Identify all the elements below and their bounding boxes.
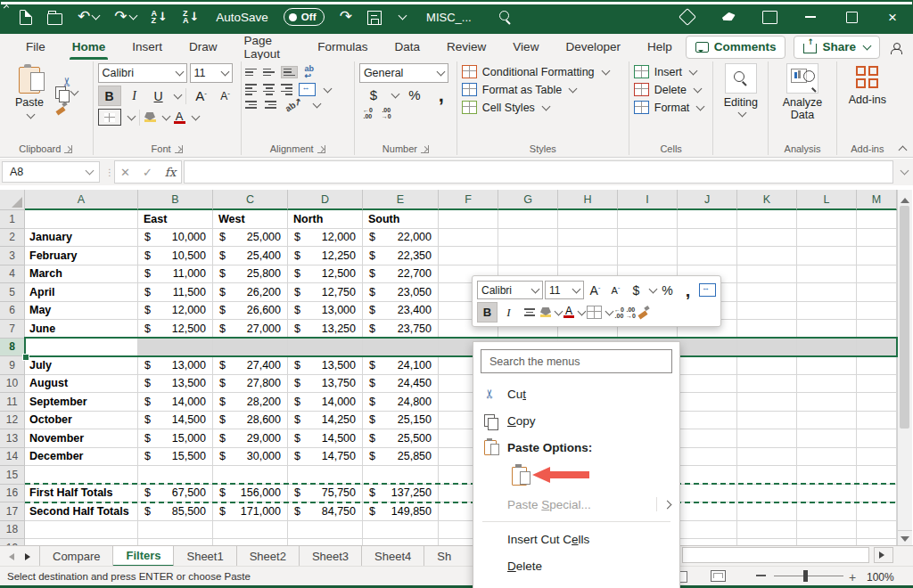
column-header-B[interactable]: B xyxy=(138,190,213,210)
cell-B18[interactable] xyxy=(138,521,213,540)
column-header-C[interactable]: C xyxy=(213,190,288,210)
font-color-button[interactable]: A xyxy=(174,111,185,124)
mini-borders-icon[interactable] xyxy=(587,306,602,319)
sort-za-icon[interactable]: ZA↓ xyxy=(183,10,199,24)
sheet-tab-sheet3[interactable]: Sheet3 xyxy=(300,546,362,567)
cell-C9[interactable]: $27,400 xyxy=(213,356,288,375)
cell-C10[interactable]: $27,800 xyxy=(213,375,288,394)
close-button[interactable]: × xyxy=(872,0,913,34)
cell-F1[interactable] xyxy=(439,210,498,229)
row-header-12[interactable]: 12 xyxy=(0,412,25,430)
cell-A10[interactable]: August xyxy=(25,375,138,394)
cell-B17[interactable]: $85,500 xyxy=(138,502,213,521)
cell-D13[interactable]: $14,500 xyxy=(288,429,363,448)
cell-M6[interactable] xyxy=(857,302,897,321)
cell-E12[interactable]: $25,150 xyxy=(363,412,439,430)
mini-bold-button[interactable]: B xyxy=(477,302,498,323)
cell-D18[interactable] xyxy=(288,521,363,540)
cell-C7[interactable]: $27,000 xyxy=(213,320,288,339)
column-header-E[interactable]: E xyxy=(363,190,439,210)
cell-J17[interactable] xyxy=(678,502,737,521)
cell-B8[interactable] xyxy=(138,339,213,357)
normal-view-icon[interactable] xyxy=(680,571,687,583)
column-header-H[interactable]: H xyxy=(558,190,618,210)
column-header-A[interactable]: A xyxy=(25,190,138,210)
styles-item-format-as-table[interactable]: Format as Table xyxy=(462,83,624,96)
cell-C15[interactable] xyxy=(213,466,288,485)
cell-C8[interactable] xyxy=(213,339,288,357)
cell-L1[interactable] xyxy=(797,210,857,229)
row-header-4[interactable]: 4 xyxy=(0,265,25,284)
tab-view[interactable]: View xyxy=(499,34,552,60)
cell-J1[interactable] xyxy=(678,210,737,229)
cell-D7[interactable]: $13,250 xyxy=(288,320,363,339)
cell-J16[interactable] xyxy=(678,485,737,503)
styles-item-cell-styles[interactable]: Cell Styles xyxy=(462,101,624,114)
cells-group-label[interactable]: Cells xyxy=(634,141,709,157)
ribbon-display-options-icon[interactable] xyxy=(749,0,790,34)
mini-decrease-font-button[interactable]: Aˇ xyxy=(606,281,625,299)
cell-D6[interactable]: $13,000 xyxy=(288,302,363,321)
cell-A3[interactable]: February xyxy=(25,247,138,265)
cell-L8[interactable] xyxy=(797,339,857,357)
cell-K13[interactable] xyxy=(737,429,797,448)
cell-L11[interactable] xyxy=(797,393,857,412)
cell-B3[interactable]: $10,500 xyxy=(138,247,213,265)
cell-L18[interactable] xyxy=(797,521,857,540)
cell-C12[interactable]: $28,600 xyxy=(213,412,288,430)
cell-A7[interactable]: June xyxy=(25,320,138,339)
tab-page-layout[interactable]: Page Layout xyxy=(231,34,305,60)
cell-L5[interactable] xyxy=(797,283,857,302)
cell-F2[interactable] xyxy=(439,229,498,248)
cell-D11[interactable]: $14,000 xyxy=(288,393,363,412)
align-left-icon[interactable] xyxy=(245,84,257,94)
align-center-icon[interactable] xyxy=(263,84,275,94)
column-header-J[interactable]: J xyxy=(678,190,737,210)
cell-J13[interactable] xyxy=(678,429,737,448)
cell-E13[interactable]: $25,500 xyxy=(363,429,439,448)
cell-L4[interactable] xyxy=(797,265,857,284)
cell-D12[interactable]: $14,250 xyxy=(288,412,363,430)
cell-B6[interactable]: $12,000 xyxy=(138,302,213,321)
sheet-tab-sh[interactable]: Sh xyxy=(424,546,451,567)
cell-K10[interactable] xyxy=(737,375,797,394)
mini-borders-chevron-icon[interactable] xyxy=(605,306,614,315)
row-header-11[interactable]: 11 xyxy=(0,393,25,412)
autosave-toggle[interactable]: Off xyxy=(284,8,325,26)
mini-merge-center-icon[interactable] xyxy=(699,283,716,297)
menu-search-box[interactable] xyxy=(481,349,672,373)
open-folder-icon[interactable] xyxy=(47,13,62,25)
cell-H2[interactable] xyxy=(558,229,618,248)
cell-C11[interactable]: $28,200 xyxy=(213,393,288,412)
styles-item-conditional-formatting[interactable]: Conditional Formatting xyxy=(462,65,624,78)
cells-item-format[interactable]: Format xyxy=(634,101,709,114)
row-header-8[interactable]: 8 xyxy=(0,339,25,357)
sheet-nav-left-icon[interactable] xyxy=(0,546,20,567)
cell-C14[interactable]: $30,000 xyxy=(213,448,288,467)
row-header-13[interactable]: 13 xyxy=(0,429,25,448)
mini-fill-color-button[interactable] xyxy=(540,307,551,317)
cell-I2[interactable] xyxy=(618,229,678,248)
scroll-down-button[interactable] xyxy=(898,530,912,545)
decrease-decimal-button[interactable]: .00→0 xyxy=(382,107,391,119)
zoom-slider-thumb[interactable] xyxy=(803,570,808,582)
number-group-label[interactable]: Number xyxy=(359,141,452,157)
bold-button[interactable]: B xyxy=(98,86,121,106)
cell-L13[interactable] xyxy=(797,429,857,448)
cell-B15[interactable] xyxy=(138,466,213,485)
italic-button[interactable]: I xyxy=(124,86,145,105)
tab-review[interactable]: Review xyxy=(433,34,499,60)
format-painter-icon[interactable] xyxy=(55,102,67,114)
cell-K18[interactable] xyxy=(737,521,797,540)
cell-K8[interactable] xyxy=(737,339,797,357)
cell-M17[interactable] xyxy=(857,502,897,521)
cell-M4[interactable] xyxy=(857,265,897,284)
comma-style-button[interactable]: , xyxy=(431,86,452,104)
column-header-M[interactable]: M xyxy=(857,190,897,210)
cell-B4[interactable]: $11,000 xyxy=(138,265,213,284)
column-header-G[interactable]: G xyxy=(498,190,558,210)
cell-E11[interactable]: $24,800 xyxy=(363,393,439,412)
cell-E8[interactable] xyxy=(363,339,439,357)
increase-font-button[interactable]: Aˆ xyxy=(191,86,212,105)
cell-D17[interactable]: $84,750 xyxy=(288,502,363,521)
